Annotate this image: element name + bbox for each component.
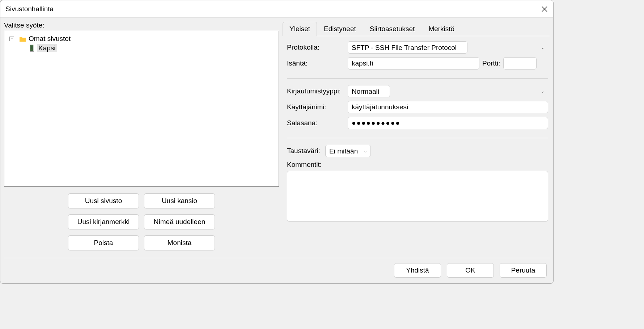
bgcolor-row: Taustaväri: Ei mitään ⌄	[287, 145, 548, 157]
left-panel: Valitse syöte: − Omat sivustot Kapsi	[4, 21, 283, 255]
close-icon[interactable]	[541, 5, 548, 13]
chevron-down-icon: ⌄	[541, 89, 545, 94]
server-icon	[29, 45, 35, 52]
duplicate-button[interactable]: Monista	[144, 235, 215, 250]
content-area: Valitse syöte: − Omat sivustot Kapsi	[0, 18, 553, 255]
folder-icon	[19, 36, 26, 42]
tab-charset[interactable]: Merkistö	[421, 22, 461, 36]
comments-label: Kommentit:	[287, 161, 548, 169]
password-label: Salasana:	[287, 119, 348, 127]
titlebar: Sivustonhallinta	[0, 0, 553, 18]
tab-advanced[interactable]: Edistyneet	[317, 22, 363, 36]
host-label: Isäntä:	[287, 59, 348, 67]
svg-point-4	[31, 50, 32, 50]
chevron-down-icon: ⌄	[541, 45, 545, 50]
window-title: Sivustonhallinta	[5, 5, 54, 13]
rename-button[interactable]: Nimeä uudelleen	[144, 214, 215, 229]
logontype-row: Kirjautumistyyppi: Normaali ⌄	[287, 85, 548, 97]
right-panel: Yleiset Edistyneet Siirtoasetukset Merki…	[283, 21, 550, 255]
tree-item-kapsi[interactable]: Kapsi	[7, 43, 276, 53]
sites-tree[interactable]: − Omat sivustot Kapsi	[4, 31, 279, 187]
password-row: Salasana: ●●●●●●●●●●	[287, 117, 548, 129]
port-label: Portti:	[482, 59, 500, 67]
protocol-label: Protokolla:	[287, 43, 348, 51]
expander-icon[interactable]: −	[9, 37, 14, 41]
tree-root-row[interactable]: − Omat sivustot	[7, 34, 276, 43]
username-row: Käyttäjänimi:	[287, 101, 548, 113]
svg-rect-3	[31, 46, 33, 46]
host-input[interactable]	[348, 57, 479, 69]
new-site-button[interactable]: Uusi sivusto	[68, 193, 139, 208]
port-input[interactable]	[503, 57, 537, 69]
bgcolor-select[interactable]: Ei mitään	[325, 145, 371, 157]
tree-line	[16, 39, 18, 39]
protocol-row: Protokolla: SFTP - SSH File Transfer Pro…	[287, 41, 548, 54]
connect-button[interactable]: Yhdistä	[394, 263, 441, 278]
tree-root-label: Omat sivustot	[29, 35, 71, 43]
delete-button[interactable]: Poista	[68, 235, 139, 250]
footer: Yhdistä OK Peruuta	[0, 258, 553, 283]
logontype-label: Kirjautumistyyppi:	[287, 87, 348, 95]
form-general: Protokolla: SFTP - SSH File Transfer Pro…	[283, 36, 550, 223]
username-label: Käyttäjänimi:	[287, 103, 348, 111]
tab-transfer[interactable]: Siirtoasetukset	[363, 22, 422, 36]
bgcolor-label: Taustaväri:	[287, 147, 325, 155]
password-input[interactable]: ●●●●●●●●●●	[348, 117, 548, 129]
new-bookmark-button[interactable]: Uusi kirjanmerkki	[68, 214, 139, 229]
tabs: Yleiset Edistyneet Siirtoasetukset Merki…	[283, 21, 550, 36]
tab-general[interactable]: Yleiset	[283, 22, 317, 36]
host-row: Isäntä: Portti:	[287, 57, 548, 69]
svg-rect-5	[30, 51, 34, 52]
comments-textarea[interactable]	[287, 171, 548, 222]
logontype-select[interactable]: Normaali	[348, 85, 390, 97]
new-folder-button[interactable]: Uusi kansio	[144, 193, 215, 208]
divider-2	[287, 138, 548, 138]
tree-item-label: Kapsi	[37, 44, 57, 52]
username-input[interactable]	[348, 101, 548, 113]
select-entry-label: Valitse syöte:	[4, 21, 279, 29]
tree-buttons: Uusi sivusto Uusi kansio Uusi kirjanmerk…	[4, 187, 279, 255]
protocol-select[interactable]: SFTP - SSH File Transfer Protocol	[348, 41, 467, 54]
divider-1	[287, 78, 548, 79]
site-manager-window: Sivustonhallinta Valitse syöte: − Omat s…	[0, 0, 554, 284]
ok-button[interactable]: OK	[447, 263, 494, 278]
cancel-button[interactable]: Peruuta	[500, 263, 547, 278]
